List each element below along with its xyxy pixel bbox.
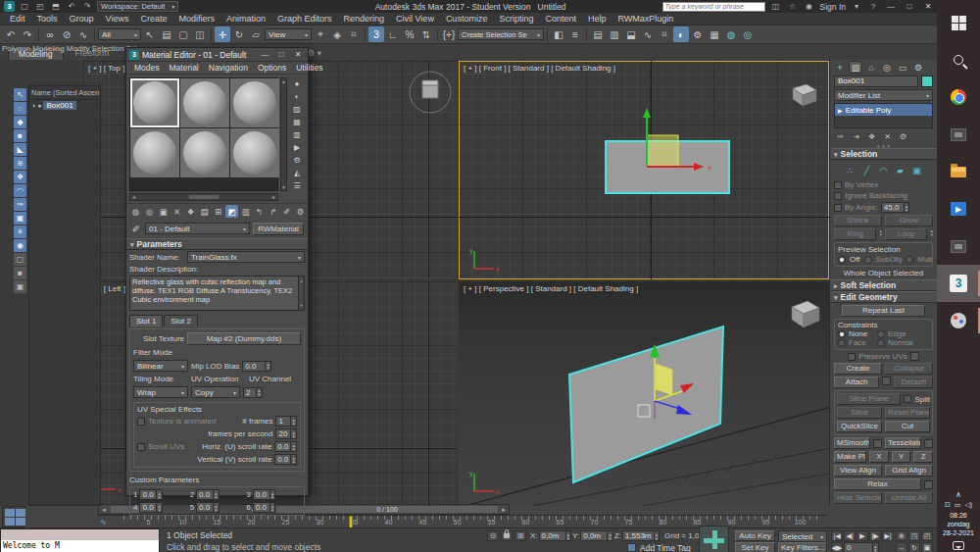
viewport-perspective[interactable]: [ + ] [ Perspective ] [ Standard ] [ Def…	[459, 281, 829, 506]
mirror-icon[interactable]: ◧	[551, 26, 566, 42]
menu-help[interactable]: Help	[582, 14, 612, 24]
selection-filter-dropdown[interactable]: All▾	[98, 28, 141, 40]
app-logo-icon[interactable]: 3	[4, 1, 15, 12]
display-lights-icon[interactable]: ≋	[14, 157, 26, 170]
menu-utilities[interactable]: Utilities	[292, 63, 326, 73]
taskbar-camera-app[interactable]	[937, 116, 980, 153]
selection-set-dropdown[interactable]: Selected▾	[778, 530, 827, 542]
pick-material-icon[interactable]: ✐	[280, 205, 293, 218]
move-gizmo[interactable]: x	[459, 61, 829, 279]
x-coordinate-field[interactable]: 0,0m▴▾	[539, 530, 572, 541]
viewport-front-label[interactable]: [ + ] [ Front ] [ Standard ] [ Default S…	[464, 64, 615, 73]
hidden-icon[interactable]: ▣	[14, 280, 26, 293]
collapse-button[interactable]: Collapse	[885, 363, 933, 375]
tiling-mode-dropdown[interactable]: Wrap▾	[133, 386, 188, 398]
chevron-down-icon[interactable]: ▾	[851, 1, 862, 12]
select-object-icon[interactable]: ↖	[142, 26, 158, 42]
star-icon[interactable]: ☆	[787, 1, 799, 12]
constraint-edge-radio[interactable]	[877, 330, 885, 338]
time-tag-icon[interactable]	[627, 543, 636, 552]
rollout-soft-selection[interactable]: ▸Soft Selection	[830, 279, 937, 291]
num-frames-spinner[interactable]: 1▴▾	[275, 416, 297, 427]
shader-description-box[interactable]: Reflective glass with cubic reflection m…	[129, 276, 305, 311]
show-end-result-icon[interactable]: ⇥	[850, 130, 862, 142]
start-button[interactable]	[937, 4, 980, 41]
edit-named-selection-icon[interactable]: {+}	[441, 26, 457, 42]
custom-param-3[interactable]: 0.0▴▾	[253, 489, 276, 500]
perspective-scene[interactable]	[459, 281, 829, 506]
put-material-icon[interactable]: ◎	[143, 205, 156, 218]
material-type-button[interactable]: RWMaterial	[253, 223, 304, 235]
tray-expand-icon[interactable]: ∧	[956, 490, 961, 499]
rotate-icon[interactable]: ↻	[231, 26, 247, 42]
custom-param-2[interactable]: 0.0▴▾	[196, 489, 220, 500]
slice-button[interactable]: Slice	[837, 407, 882, 419]
auto-key-button[interactable]: Auto Key	[735, 530, 775, 541]
custom-param-6[interactable]: 0.0▴▾	[253, 502, 276, 513]
clock[interactable]: 08:26 zondag 28-2-2021	[943, 511, 974, 537]
scale-icon[interactable]: ▱	[248, 26, 264, 42]
orbit-icon[interactable]: ↻	[908, 542, 920, 552]
taskbar-3dsmax[interactable]: 3	[937, 265, 980, 302]
maximize-viewport-icon[interactable]: ▣	[921, 542, 933, 552]
show-end-result-icon[interactable]: ▥	[239, 205, 252, 218]
display-xrefs-icon[interactable]: ✳	[14, 226, 26, 238]
loop-button[interactable]: Loop	[885, 228, 927, 240]
redo-icon[interactable]: ↷	[20, 26, 35, 42]
select-link-icon[interactable]: ∞	[42, 26, 58, 42]
isolate-selection-icon[interactable]: ⊙	[487, 530, 499, 541]
display-icon[interactable]: ▭	[955, 501, 961, 509]
object-name-field[interactable]: Box001	[834, 75, 918, 87]
spinner-snap-icon[interactable]: ⇅	[418, 26, 434, 42]
display-spacewarps-icon[interactable]: ✑	[14, 198, 26, 211]
make-unique-icon[interactable]: ❖	[184, 205, 197, 218]
absolute-offset-icon[interactable]: ⊞	[514, 530, 526, 541]
preserve-uvs-checkbox[interactable]	[848, 353, 856, 361]
options-icon[interactable]: ⚙	[294, 205, 307, 218]
tab-display-icon[interactable]: ▭	[896, 61, 909, 74]
taskbar-movies-tv[interactable]: ▶	[937, 190, 980, 227]
sample-slot-5[interactable]	[180, 128, 229, 177]
scroll-uvs-checkbox[interactable]	[137, 443, 145, 451]
sample-slot-2[interactable]	[180, 78, 229, 127]
create-button[interactable]: Create	[834, 363, 882, 375]
assign-material-icon[interactable]: ▣	[157, 205, 170, 218]
viewport-perspective-label[interactable]: [ + ] [ Perspective ] [ Standard ] [ Def…	[464, 284, 638, 293]
taskbar-search-button[interactable]	[937, 41, 980, 78]
maxscript-mini-listener[interactable]: Welcome to M	[0, 528, 160, 552]
rollout-selection[interactable]: ▾Selection	[830, 148, 937, 160]
menu-scripting[interactable]: Scripting	[493, 14, 539, 24]
quickslice-button[interactable]: QuickSlice	[837, 421, 882, 432]
redo-icon[interactable]: ↷	[81, 1, 93, 12]
use-pivot-center-icon[interactable]: ⌖	[313, 26, 328, 42]
go-forward-icon[interactable]: ↱	[267, 205, 279, 218]
options-icon[interactable]: ⚙	[290, 154, 304, 166]
tab-create-icon[interactable]: +	[833, 61, 847, 74]
view-align-button[interactable]: View Align	[834, 465, 882, 477]
by-vertex-checkbox[interactable]	[834, 181, 842, 189]
menu-animation[interactable]: Animation	[220, 14, 271, 24]
sample-slot-6[interactable]	[230, 128, 279, 177]
viewport-front[interactable]: [ + ] [ Front ] [ Standard ] [ Default S…	[459, 61, 829, 279]
relax-settings[interactable]	[924, 480, 933, 489]
video-color-check-icon[interactable]: ▥	[290, 128, 304, 140]
fps-spinner[interactable]: 20▴▾	[275, 428, 297, 439]
unlink-icon[interactable]: ⊘	[59, 26, 74, 42]
viewcube[interactable]	[787, 78, 820, 108]
constraint-none-radio[interactable]	[838, 330, 846, 338]
scene-explorer-row-box001[interactable]: ◑ ● Box001	[29, 100, 100, 111]
planar-x-button[interactable]: X	[869, 451, 889, 463]
slot-texture-button[interactable]: Map #2 (Dummy.dds)	[187, 332, 301, 345]
display-shapes-icon[interactable]: ◣	[14, 143, 26, 156]
unhide-all-button[interactable]: Unhide All	[885, 492, 933, 504]
select-by-material-icon[interactable]: ◭	[290, 167, 304, 178]
material-editor-titlebar[interactable]: 3 Material Editor - 01 - Default — □ ✕	[126, 48, 308, 62]
make-planar-button[interactable]: Make Planar	[834, 451, 866, 463]
open-file-icon[interactable]: ◰	[34, 1, 46, 12]
menu-customize[interactable]: Customize	[440, 14, 494, 24]
current-frame-field[interactable]: 0▴▾	[844, 542, 879, 552]
custom-param-4[interactable]: 0.0▴▾	[139, 502, 163, 513]
viewcube[interactable]	[784, 294, 823, 331]
menu-rwmaxplugin[interactable]: RWMaxPlugin	[612, 14, 679, 24]
undo-icon[interactable]: ↶	[3, 26, 19, 42]
